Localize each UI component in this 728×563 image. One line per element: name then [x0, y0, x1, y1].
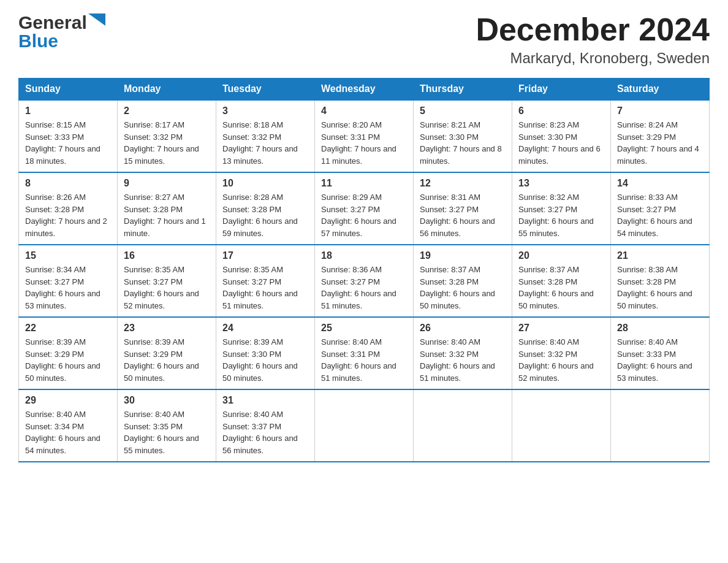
- calendar-cell: 8 Sunrise: 8:26 AM Sunset: 3:28 PM Dayli…: [19, 172, 118, 245]
- calendar-cell: [611, 389, 710, 462]
- day-number: 2: [124, 105, 210, 117]
- day-info: Sunrise: 8:40 AM Sunset: 3:31 PM Dayligh…: [321, 336, 407, 384]
- calendar-cell: 13 Sunrise: 8:32 AM Sunset: 3:27 PM Dayl…: [512, 172, 611, 245]
- day-number: 27: [518, 323, 604, 334]
- calendar-cell: 3 Sunrise: 8:18 AM Sunset: 3:32 PM Dayli…: [216, 100, 315, 172]
- day-info: Sunrise: 8:24 AM Sunset: 3:29 PM Dayligh…: [617, 119, 703, 167]
- day-info: Sunrise: 8:40 AM Sunset: 3:37 PM Dayligh…: [222, 408, 308, 456]
- day-info: Sunrise: 8:35 AM Sunset: 3:27 PM Dayligh…: [222, 264, 308, 312]
- day-info: Sunrise: 8:39 AM Sunset: 3:29 PM Dayligh…: [25, 336, 111, 384]
- calendar-cell: 7 Sunrise: 8:24 AM Sunset: 3:29 PM Dayli…: [611, 100, 710, 172]
- day-info: Sunrise: 8:31 AM Sunset: 3:27 PM Dayligh…: [420, 191, 506, 239]
- day-number: 5: [420, 105, 506, 117]
- calendar-cell: 6 Sunrise: 8:23 AM Sunset: 3:30 PM Dayli…: [512, 100, 611, 172]
- day-number: 4: [321, 105, 407, 117]
- day-info: Sunrise: 8:38 AM Sunset: 3:28 PM Dayligh…: [617, 264, 703, 312]
- day-info: Sunrise: 8:28 AM Sunset: 3:28 PM Dayligh…: [222, 191, 308, 239]
- day-number: 23: [124, 323, 210, 334]
- day-info: Sunrise: 8:40 AM Sunset: 3:33 PM Dayligh…: [617, 336, 703, 384]
- calendar-cell: 12 Sunrise: 8:31 AM Sunset: 3:27 PM Dayl…: [414, 172, 512, 245]
- day-info: Sunrise: 8:34 AM Sunset: 3:27 PM Dayligh…: [25, 264, 111, 312]
- day-number: 21: [617, 250, 703, 261]
- title-block: December 2024 Markaryd, Kronoberg, Swede…: [476, 12, 710, 67]
- calendar-table: SundayMondayTuesdayWednesdayThursdayFrid…: [18, 78, 710, 462]
- day-number: 16: [124, 250, 210, 261]
- day-number: 9: [124, 178, 210, 189]
- calendar-cell: 30 Sunrise: 8:40 AM Sunset: 3:35 PM Dayl…: [118, 389, 216, 462]
- day-number: 3: [222, 105, 308, 117]
- col-header-wednesday: Wednesday: [315, 79, 414, 101]
- logo-general-text: General: [18, 12, 87, 33]
- calendar-cell: 31 Sunrise: 8:40 AM Sunset: 3:37 PM Dayl…: [216, 389, 315, 462]
- day-number: 20: [518, 250, 604, 261]
- day-number: 10: [222, 178, 308, 189]
- day-info: Sunrise: 8:36 AM Sunset: 3:27 PM Dayligh…: [321, 264, 407, 312]
- logo-blue-text: Blue: [18, 31, 58, 52]
- day-info: Sunrise: 8:33 AM Sunset: 3:27 PM Dayligh…: [617, 191, 703, 239]
- calendar-cell: 24 Sunrise: 8:39 AM Sunset: 3:30 PM Dayl…: [216, 317, 315, 389]
- day-number: 14: [617, 178, 703, 189]
- calendar-cell: [512, 389, 611, 462]
- day-info: Sunrise: 8:39 AM Sunset: 3:29 PM Dayligh…: [124, 336, 210, 384]
- day-info: Sunrise: 8:26 AM Sunset: 3:28 PM Dayligh…: [25, 191, 111, 239]
- calendar-cell: 2 Sunrise: 8:17 AM Sunset: 3:32 PM Dayli…: [118, 100, 216, 172]
- calendar-cell: 1 Sunrise: 8:15 AM Sunset: 3:33 PM Dayli…: [19, 100, 118, 172]
- calendar-cell: 5 Sunrise: 8:21 AM Sunset: 3:30 PM Dayli…: [414, 100, 512, 172]
- col-header-sunday: Sunday: [19, 79, 118, 101]
- calendar-cell: 21 Sunrise: 8:38 AM Sunset: 3:28 PM Dayl…: [611, 245, 710, 317]
- day-number: 24: [222, 323, 308, 334]
- day-number: 30: [124, 395, 210, 406]
- day-info: Sunrise: 8:40 AM Sunset: 3:32 PM Dayligh…: [518, 336, 604, 384]
- day-info: Sunrise: 8:15 AM Sunset: 3:33 PM Dayligh…: [25, 119, 111, 167]
- calendar-week-row: 29 Sunrise: 8:40 AM Sunset: 3:34 PM Dayl…: [19, 389, 710, 462]
- page-header: General Blue December 2024 Markaryd, Kro…: [18, 12, 710, 67]
- calendar-cell: 17 Sunrise: 8:35 AM Sunset: 3:27 PM Dayl…: [216, 245, 315, 317]
- calendar-cell: 25 Sunrise: 8:40 AM Sunset: 3:31 PM Dayl…: [315, 317, 414, 389]
- calendar-cell: 23 Sunrise: 8:39 AM Sunset: 3:29 PM Dayl…: [118, 317, 216, 389]
- calendar-cell: 20 Sunrise: 8:37 AM Sunset: 3:28 PM Dayl…: [512, 245, 611, 317]
- calendar-cell: 16 Sunrise: 8:35 AM Sunset: 3:27 PM Dayl…: [118, 245, 216, 317]
- day-info: Sunrise: 8:40 AM Sunset: 3:32 PM Dayligh…: [420, 336, 506, 384]
- day-number: 6: [518, 105, 604, 117]
- calendar-cell: 28 Sunrise: 8:40 AM Sunset: 3:33 PM Dayl…: [611, 317, 710, 389]
- month-title: December 2024: [476, 12, 710, 47]
- calendar-cell: 15 Sunrise: 8:34 AM Sunset: 3:27 PM Dayl…: [19, 245, 118, 317]
- calendar-header-row: SundayMondayTuesdayWednesdayThursdayFrid…: [19, 79, 710, 101]
- day-info: Sunrise: 8:39 AM Sunset: 3:30 PM Dayligh…: [222, 336, 308, 384]
- day-number: 7: [617, 105, 703, 117]
- day-number: 25: [321, 323, 407, 334]
- calendar-week-row: 22 Sunrise: 8:39 AM Sunset: 3:29 PM Dayl…: [19, 317, 710, 389]
- day-info: Sunrise: 8:40 AM Sunset: 3:34 PM Dayligh…: [25, 408, 111, 456]
- day-info: Sunrise: 8:35 AM Sunset: 3:27 PM Dayligh…: [124, 264, 210, 312]
- day-info: Sunrise: 8:18 AM Sunset: 3:32 PM Dayligh…: [222, 119, 308, 167]
- col-header-monday: Monday: [118, 79, 216, 101]
- day-number: 17: [222, 250, 308, 261]
- calendar-week-row: 15 Sunrise: 8:34 AM Sunset: 3:27 PM Dayl…: [19, 245, 710, 317]
- day-info: Sunrise: 8:40 AM Sunset: 3:35 PM Dayligh…: [124, 408, 210, 456]
- col-header-tuesday: Tuesday: [216, 79, 315, 101]
- calendar-week-row: 1 Sunrise: 8:15 AM Sunset: 3:33 PM Dayli…: [19, 100, 710, 172]
- day-info: Sunrise: 8:37 AM Sunset: 3:28 PM Dayligh…: [420, 264, 506, 312]
- calendar-cell: 19 Sunrise: 8:37 AM Sunset: 3:28 PM Dayl…: [414, 245, 512, 317]
- day-number: 29: [25, 395, 111, 406]
- day-info: Sunrise: 8:17 AM Sunset: 3:32 PM Dayligh…: [124, 119, 210, 167]
- day-number: 8: [25, 178, 111, 189]
- calendar-cell: 10 Sunrise: 8:28 AM Sunset: 3:28 PM Dayl…: [216, 172, 315, 245]
- calendar-cell: 26 Sunrise: 8:40 AM Sunset: 3:32 PM Dayl…: [414, 317, 512, 389]
- day-number: 22: [25, 323, 111, 334]
- day-number: 26: [420, 323, 506, 334]
- calendar-cell: 27 Sunrise: 8:40 AM Sunset: 3:32 PM Dayl…: [512, 317, 611, 389]
- day-number: 1: [25, 105, 111, 117]
- day-info: Sunrise: 8:21 AM Sunset: 3:30 PM Dayligh…: [420, 119, 506, 167]
- svg-marker-0: [88, 13, 105, 26]
- day-number: 15: [25, 250, 111, 261]
- day-number: 18: [321, 250, 407, 261]
- calendar-cell: [315, 389, 414, 462]
- day-number: 31: [222, 395, 308, 406]
- day-info: Sunrise: 8:37 AM Sunset: 3:28 PM Dayligh…: [518, 264, 604, 312]
- day-info: Sunrise: 8:23 AM Sunset: 3:30 PM Dayligh…: [518, 119, 604, 167]
- logo-arrow-icon: [88, 13, 105, 31]
- col-header-thursday: Thursday: [414, 79, 512, 101]
- logo: General Blue: [18, 12, 105, 52]
- day-info: Sunrise: 8:20 AM Sunset: 3:31 PM Dayligh…: [321, 119, 407, 167]
